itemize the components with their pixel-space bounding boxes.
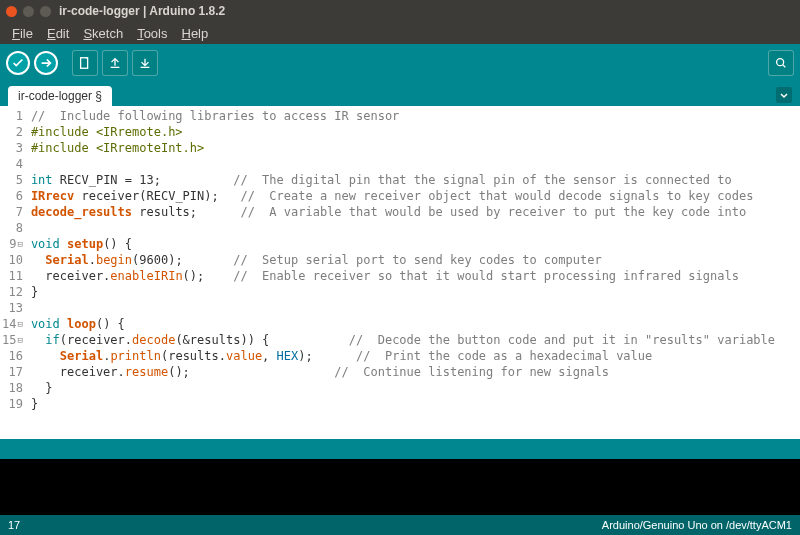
code-line[interactable]: } — [31, 396, 775, 412]
line-number: 1 — [2, 108, 23, 124]
line-number: 18 — [2, 380, 23, 396]
code-line[interactable]: receiver.resume(); // Continue listening… — [31, 364, 775, 380]
line-number: 8 — [2, 220, 23, 236]
line-number: 16 — [2, 348, 23, 364]
code-line[interactable] — [31, 220, 775, 236]
save-button[interactable] — [132, 50, 158, 76]
cursor-line: 17 — [8, 519, 20, 531]
menu-sketch[interactable]: Sketch — [77, 24, 129, 43]
footer: 17 Arduino/Genuino Uno on /dev/ttyACM1 — [0, 515, 800, 535]
line-number: 3 — [2, 140, 23, 156]
code-line[interactable]: // Include following libraries to access… — [31, 108, 775, 124]
fold-icon[interactable]: ⊟ — [17, 332, 22, 348]
menu-help[interactable]: Help — [175, 24, 214, 43]
titlebar: ir-code-logger | Arduino 1.8.2 — [0, 0, 800, 22]
window-title: ir-code-logger | Arduino 1.8.2 — [59, 4, 225, 18]
code-line[interactable]: IRrecv receiver(RECV_PIN); // Create a n… — [31, 188, 775, 204]
code-line[interactable] — [31, 156, 775, 172]
tabbar: ir-code-logger § — [0, 82, 800, 106]
code-area[interactable]: // Include following libraries to access… — [27, 106, 779, 439]
fold-icon[interactable]: ⊟ — [17, 236, 22, 252]
menu-file[interactable]: File — [6, 24, 39, 43]
tab-menu-button[interactable] — [776, 87, 792, 103]
line-number: 15⊟ — [2, 332, 23, 348]
open-button[interactable] — [102, 50, 128, 76]
board-info: Arduino/Genuino Uno on /dev/ttyACM1 — [602, 519, 792, 531]
line-number: 13 — [2, 300, 23, 316]
line-number: 6 — [2, 188, 23, 204]
code-line[interactable]: if(receiver.decode(&results)) { // Decod… — [31, 332, 775, 348]
verify-button[interactable] — [6, 51, 30, 75]
toolbar — [0, 44, 800, 82]
line-number: 9⊟ — [2, 236, 23, 252]
line-number: 19 — [2, 396, 23, 412]
maximize-icon[interactable] — [40, 6, 51, 17]
code-line[interactable]: decode_results results; // A variable th… — [31, 204, 775, 220]
svg-rect-0 — [81, 58, 88, 69]
line-number: 14⊟ — [2, 316, 23, 332]
status-bar — [0, 439, 800, 459]
console — [0, 459, 800, 515]
line-gutter: 123456789⊟1011121314⊟15⊟16171819 — [0, 106, 27, 439]
tab-sketch[interactable]: ir-code-logger § — [8, 86, 112, 106]
menu-tools[interactable]: Tools — [131, 24, 173, 43]
code-line[interactable]: void loop() { — [31, 316, 775, 332]
line-number: 12 — [2, 284, 23, 300]
code-line[interactable]: } — [31, 284, 775, 300]
code-line[interactable] — [31, 300, 775, 316]
minimize-icon[interactable] — [23, 6, 34, 17]
upload-button[interactable] — [34, 51, 58, 75]
line-number: 10 — [2, 252, 23, 268]
code-line[interactable]: int RECV_PIN = 13; // The digital pin th… — [31, 172, 775, 188]
fold-icon[interactable]: ⊟ — [17, 316, 22, 332]
code-line[interactable]: } — [31, 380, 775, 396]
code-line[interactable]: receiver.enableIRIn(); // Enable receive… — [31, 268, 775, 284]
code-editor[interactable]: 123456789⊟1011121314⊟15⊟16171819 // Incl… — [0, 106, 800, 439]
serial-monitor-button[interactable] — [768, 50, 794, 76]
code-line[interactable]: #include <IRremote.h> — [31, 124, 775, 140]
new-button[interactable] — [72, 50, 98, 76]
code-line[interactable]: Serial.println(results.value, HEX); // P… — [31, 348, 775, 364]
line-number: 5 — [2, 172, 23, 188]
line-number: 17 — [2, 364, 23, 380]
close-icon[interactable] — [6, 6, 17, 17]
svg-point-1 — [777, 59, 784, 66]
menubar: File Edit Sketch Tools Help — [0, 22, 800, 44]
line-number: 4 — [2, 156, 23, 172]
window-buttons — [6, 6, 51, 17]
line-number: 2 — [2, 124, 23, 140]
line-number: 11 — [2, 268, 23, 284]
menu-edit[interactable]: Edit — [41, 24, 75, 43]
line-number: 7 — [2, 204, 23, 220]
code-line[interactable]: void setup() { — [31, 236, 775, 252]
code-line[interactable]: Serial.begin(9600); // Setup serial port… — [31, 252, 775, 268]
code-line[interactable]: #include <IRremoteInt.h> — [31, 140, 775, 156]
